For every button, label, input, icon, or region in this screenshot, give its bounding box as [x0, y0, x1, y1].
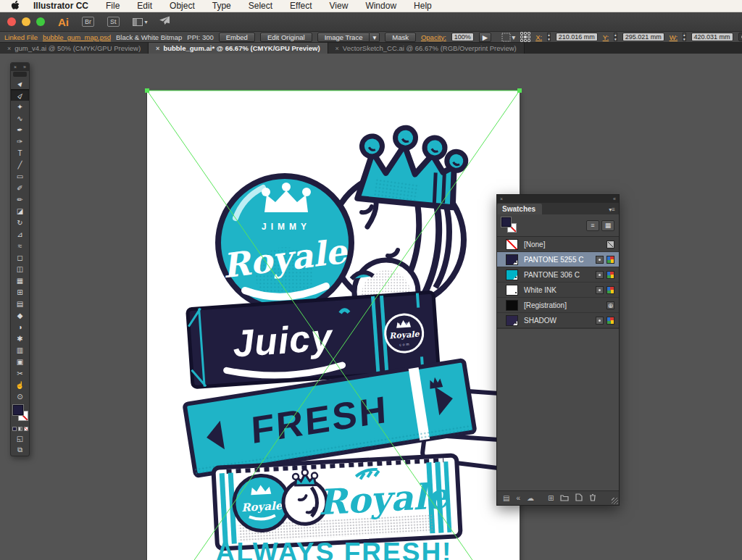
fill-swatch[interactable]: [13, 405, 23, 415]
shape-builder-tool[interactable]: ◫: [11, 263, 29, 275]
delete-swatch-icon[interactable]: [589, 493, 596, 503]
image-trace-dropdown[interactable]: ▾: [370, 33, 380, 42]
selection-tool[interactable]: ►: [11, 78, 29, 89]
menu-item-type[interactable]: Type: [204, 1, 240, 11]
mesh-tool[interactable]: ⊞: [11, 286, 29, 298]
embed-button[interactable]: Embed: [219, 33, 255, 42]
eraser-tool[interactable]: ◪: [11, 205, 29, 217]
artboard-tool[interactable]: ▣: [11, 356, 29, 367]
fill-swatch[interactable]: [501, 217, 511, 227]
free-transform-tool[interactable]: ◻: [11, 251, 29, 263]
menu-item-window[interactable]: Window: [357, 1, 405, 11]
symbol-sprayer-tool[interactable]: ✱: [11, 333, 29, 344]
column-graph-tool[interactable]: ▥: [11, 344, 29, 356]
swatch-row-none[interactable]: [None]: [497, 237, 619, 252]
swatch-options-icon[interactable]: ⊞: [548, 495, 554, 502]
fill-stroke-proxy[interactable]: [501, 217, 519, 233]
opacity-input[interactable]: 100%: [451, 33, 474, 41]
tab-gum-v4[interactable]: × gum_v4.ai @ 50% (CMYK/GPU Preview): [0, 43, 149, 54]
blend-tool[interactable]: ◑: [11, 321, 29, 333]
zoom-window-button[interactable]: [36, 17, 45, 26]
x-stepper[interactable]: ▴▾: [547, 33, 551, 41]
y-stepper[interactable]: ▴▾: [614, 33, 617, 41]
menu-item-edit[interactable]: Edit: [128, 1, 161, 11]
paintbrush-tool[interactable]: ✐: [11, 182, 29, 193]
close-icon[interactable]: ×: [7, 45, 11, 52]
panel-menu-icon[interactable]: ▾≡: [605, 206, 619, 214]
list-view-button[interactable]: ≡: [586, 220, 599, 231]
menu-item-object[interactable]: Object: [161, 1, 204, 11]
reference-point-icon[interactable]: [520, 32, 530, 42]
fill-stroke-control[interactable]: [11, 404, 29, 426]
zoom-tool[interactable]: ⊙: [11, 390, 29, 402]
close-icon[interactable]: ×: [156, 45, 159, 52]
rotate-tool[interactable]: ↻: [11, 217, 29, 228]
pen-tool[interactable]: ✒: [11, 124, 29, 135]
cc-libraries-icon[interactable]: ☁: [527, 495, 534, 502]
image-trace-button[interactable]: Image Trace: [317, 33, 370, 42]
bridge-button[interactable]: Br: [82, 17, 94, 27]
swatch-row-shadow[interactable]: SHADOW: [497, 313, 619, 328]
collapse-icon[interactable]: »: [23, 64, 26, 70]
artboard[interactable]: JIMMY Royale Juicy: [147, 91, 520, 560]
swatch-row-registration[interactable]: [Registration] ⊕: [497, 298, 619, 313]
menu-item-app[interactable]: Illustrator CC: [23, 1, 97, 11]
close-icon[interactable]: ×: [14, 64, 17, 70]
swatch-row-white-ink[interactable]: White INK: [497, 283, 619, 298]
linked-file-name[interactable]: bubble_gum_map.psd: [43, 33, 111, 41]
tab-swatches[interactable]: Swatches: [497, 204, 542, 214]
w-label[interactable]: W:: [670, 33, 678, 41]
panel-grip[interactable]: [13, 72, 27, 77]
magic-wand-tool[interactable]: ✦: [11, 101, 29, 112]
pencil-tool[interactable]: ✏: [11, 193, 29, 205]
swatch-libraries-icon[interactable]: ▤: [503, 495, 509, 502]
drawing-modes-button[interactable]: ◱: [11, 432, 29, 444]
canvas-area[interactable]: JIMMY Royale Juicy: [0, 54, 742, 560]
show-swatch-kinds-icon[interactable]: «: [516, 495, 520, 502]
workspace-layout-icon[interactable]: ▾: [133, 18, 148, 26]
tab-bubble-gum[interactable]: × bubble_gum.ai* @ 66.67% (CMYK/GPU Prev…: [149, 43, 328, 54]
new-color-group-icon[interactable]: [560, 494, 569, 503]
slice-tool[interactable]: ✂: [11, 367, 29, 379]
rectangle-tool[interactable]: ▭: [11, 170, 29, 182]
menu-item-help[interactable]: Help: [405, 1, 441, 11]
new-swatch-icon[interactable]: [575, 493, 583, 503]
swatch-row-pantone-306[interactable]: PANTONE 306 C: [497, 267, 619, 283]
close-window-button[interactable]: [7, 17, 16, 26]
menu-item-file[interactable]: File: [97, 1, 128, 11]
lasso-tool[interactable]: ∿: [11, 112, 29, 124]
minimize-window-button[interactable]: [22, 17, 30, 26]
collapse-icon[interactable]: «: [613, 196, 616, 201]
menu-item-effect[interactable]: Effect: [281, 1, 320, 11]
gradient-button[interactable]: [18, 427, 22, 431]
w-input[interactable]: 420.031 mm: [691, 33, 733, 41]
menu-item-view[interactable]: View: [321, 1, 357, 11]
mask-button[interactable]: Mask: [385, 33, 416, 42]
y-input[interactable]: 295.021 mm: [622, 33, 664, 41]
none-button[interactable]: [24, 427, 28, 431]
w-stepper[interactable]: ▴▾: [683, 33, 686, 41]
close-icon[interactable]: ×: [335, 45, 339, 52]
width-tool[interactable]: ≈: [11, 240, 29, 251]
apple-icon[interactable]: [7, 1, 23, 11]
color-button[interactable]: [12, 427, 17, 431]
hand-tool[interactable]: ☝: [11, 379, 29, 390]
gradient-tool[interactable]: ▤: [11, 298, 29, 309]
type-tool[interactable]: T: [11, 147, 29, 159]
stock-button[interactable]: St: [107, 17, 120, 27]
panel-resize-grip[interactable]: [612, 498, 618, 504]
opacity-label[interactable]: Opacity:: [421, 33, 446, 41]
opacity-dropdown[interactable]: ▶: [479, 33, 491, 42]
screen-mode-button[interactable]: ⧉: [11, 444, 29, 456]
curvature-tool[interactable]: ✑: [11, 135, 29, 147]
x-label[interactable]: X:: [535, 33, 542, 41]
share-icon[interactable]: [159, 15, 170, 28]
link-dimensions-icon[interactable]: [738, 33, 742, 41]
direct-selection-tool[interactable]: ▻: [11, 89, 29, 101]
x-input[interactable]: 210.016 mm: [556, 33, 598, 41]
style-picker-icon[interactable]: ▾: [501, 33, 515, 42]
swatch-row-pantone-5255[interactable]: PANTONE 5255 C: [497, 252, 619, 267]
menu-item-select[interactable]: Select: [240, 1, 281, 11]
close-icon[interactable]: ×: [500, 196, 503, 201]
edit-original-button[interactable]: Edit Original: [260, 33, 312, 42]
